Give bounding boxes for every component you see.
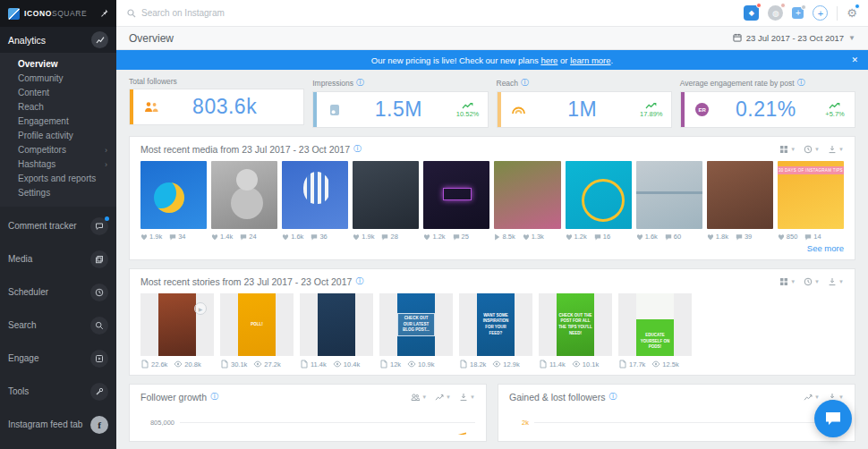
add-profile-icon[interactable]: + (792, 7, 804, 19)
media-thumb[interactable]: 8.5k1.3k (494, 161, 560, 241)
sidebar-item-label: Content (18, 89, 49, 97)
media-thumb[interactable]: 1.4k24 (211, 161, 277, 241)
comment-icon (665, 233, 672, 241)
story-thumb[interactable]: POLL! (220, 293, 294, 356)
chart-type-icon[interactable]: ▼ (804, 393, 820, 402)
banner-link-here[interactable]: here (540, 55, 557, 65)
info-icon[interactable]: ⓘ (355, 275, 363, 287)
search-input[interactable] (141, 8, 285, 18)
see-more-link[interactable]: See more (140, 243, 844, 253)
info-icon[interactable]: ⓘ (608, 391, 617, 402)
sidebar-item-engagement[interactable]: Engagement (0, 114, 116, 129)
media-image[interactable] (636, 161, 702, 229)
media-image[interactable] (211, 161, 277, 229)
media-image[interactable]: 30 DAYS OF INSTAGRAM TIPS (778, 161, 844, 229)
media-thumb[interactable]: 1.8k39 (707, 161, 773, 241)
sidebar-item-community[interactable]: Community (0, 72, 116, 86)
pin-icon[interactable] (100, 9, 108, 19)
info-icon[interactable]: ⓘ (210, 391, 218, 402)
card-header: Gained & lost followers ⓘ ▼▼ (509, 391, 844, 402)
sidebar-item-profile-activity[interactable]: Profile activity (0, 129, 116, 143)
story-thumb[interactable]: CHECK OUT THE POST FOR ALL THE TIPS YOU'… (539, 293, 612, 356)
settings-gear-icon[interactable]: ⚙ (847, 6, 857, 20)
media-thumb[interactable]: 1.6k36 (282, 161, 348, 241)
sidebar-item-competitors[interactable]: Competitors› (0, 143, 116, 157)
trend-up-indicator: 17.89% (637, 102, 666, 118)
chart-type-icon[interactable]: ▼ (435, 393, 451, 402)
info-icon[interactable]: ⓘ (356, 77, 364, 89)
search-bar[interactable] (127, 5, 285, 21)
stat-impressions: Impressionsⓘ 1.5M 10.52% (312, 77, 488, 128)
stat-label: Impressionsⓘ (312, 77, 488, 89)
story-stats: 18.2k 12.9k (459, 360, 532, 369)
add-circle-icon[interactable]: + (813, 5, 828, 21)
download-icon[interactable]: ▼ (828, 277, 844, 286)
story-thumb[interactable]: Check out our latest blog post... (379, 293, 453, 356)
story-thumb[interactable] (300, 293, 373, 356)
media-thumb[interactable]: 1.9k28 (353, 161, 419, 241)
story-thumb[interactable]: EDUCATE YOURSELF ON PODS! (618, 293, 692, 356)
media-image[interactable] (494, 161, 560, 229)
history-icon[interactable]: ▼ (804, 277, 820, 286)
story-thumb[interactable]: WANT SOME INSPIRATION FOR YOUR FEED? (459, 293, 532, 356)
chat-widget-button[interactable] (814, 400, 852, 437)
layout-icon[interactable]: ▼ (779, 145, 796, 154)
sidebar-item-analytics[interactable]: Analytics (0, 27, 116, 53)
download-icon[interactable]: ▼ (828, 145, 844, 154)
media-stats: 1.9k28 (353, 233, 419, 241)
media-thumb[interactable]: 1.9k34 (140, 161, 207, 241)
analytics-chart-icon (91, 31, 108, 48)
story-stats: 11.4k 10.1k (539, 360, 612, 369)
story-thumb[interactable]: ▶ (140, 293, 214, 356)
sidebar-item-instagram-feed-tab[interactable]: Instagram feed tab f (0, 408, 116, 441)
media-thumb[interactable]: 1.6k60 (636, 161, 702, 241)
iconosquare-logo-icon (8, 8, 20, 20)
media-thumb[interactable]: 1.2k16 (566, 161, 632, 241)
sidebar-item-engage[interactable]: Engage (0, 342, 116, 375)
chevron-down-icon: ▼ (814, 394, 820, 400)
sidebar-item-exports-and-reports[interactable]: Exports and reports (0, 172, 116, 186)
sidebar-item-comment-tracker[interactable]: Comment tracker (0, 209, 116, 242)
image-text-band: 30 DAYS OF INSTAGRAM TIPS (778, 166, 844, 174)
profile-avatar-icon[interactable]: ◍ (768, 5, 783, 21)
media-image[interactable] (707, 161, 773, 229)
media-image[interactable] (282, 161, 348, 229)
media-thumb[interactable]: 30 DAYS OF INSTAGRAM TIPS 85014 (778, 161, 844, 241)
date-range-picker[interactable]: 23 Jul 2017 - 23 Oct 2017 ▼ (733, 33, 855, 44)
comment-icon (169, 233, 176, 241)
sidebar-item-hashtags[interactable]: Hashtags› (0, 157, 116, 172)
like-count: 1.6k (636, 233, 658, 241)
layout-icon[interactable]: ▼ (779, 277, 796, 286)
iconosquare-app-icon[interactable]: ◆ (744, 5, 759, 21)
story-item: POLL! 30.1k 27.2k (220, 293, 294, 369)
story-impressions: 22.6k (140, 360, 167, 369)
info-icon[interactable]: ⓘ (521, 77, 529, 89)
sidebar-item-overview[interactable]: Overview (0, 57, 116, 72)
media-image[interactable] (353, 161, 419, 229)
media-icon (90, 250, 108, 268)
sidebar-item-content[interactable]: Content (0, 86, 116, 100)
gained-lost-card: Gained & lost followers ⓘ ▼▼ 2k4 1k2 (498, 384, 855, 442)
sidebar-item-reach[interactable]: Reach (0, 100, 116, 114)
media-thumb[interactable]: 1.2k25 (423, 161, 489, 241)
sidebar-item-discover[interactable]: Discover (0, 441, 116, 449)
notification-dot (855, 4, 860, 9)
download-icon[interactable]: ▼ (459, 393, 475, 402)
history-icon[interactable]: ▼ (804, 145, 820, 154)
play-icon[interactable]: ▶ (194, 302, 207, 315)
content: Total followers 803.6k Impressionsⓘ 1.5M… (116, 70, 868, 449)
sidebar-item-tools[interactable]: Tools (0, 375, 116, 408)
sidebar-item-media[interactable]: Media (0, 242, 116, 275)
media-image[interactable] (566, 161, 632, 229)
banner-link-learn-more[interactable]: learn more (570, 55, 610, 65)
info-icon[interactable]: ⓘ (353, 143, 362, 155)
sidebar-item-settings[interactable]: Settings (0, 186, 116, 200)
info-icon[interactable]: ⓘ (797, 77, 805, 89)
sidebar-item-scheduler[interactable]: Scheduler (0, 275, 116, 309)
media-image[interactable] (423, 161, 489, 229)
media-image[interactable] (140, 161, 207, 229)
close-icon[interactable]: ✕ (851, 55, 858, 64)
people-icon[interactable]: ▼ (411, 393, 427, 402)
like-count: 1.6k (282, 233, 303, 241)
sidebar-item-search[interactable]: Search (0, 309, 116, 342)
